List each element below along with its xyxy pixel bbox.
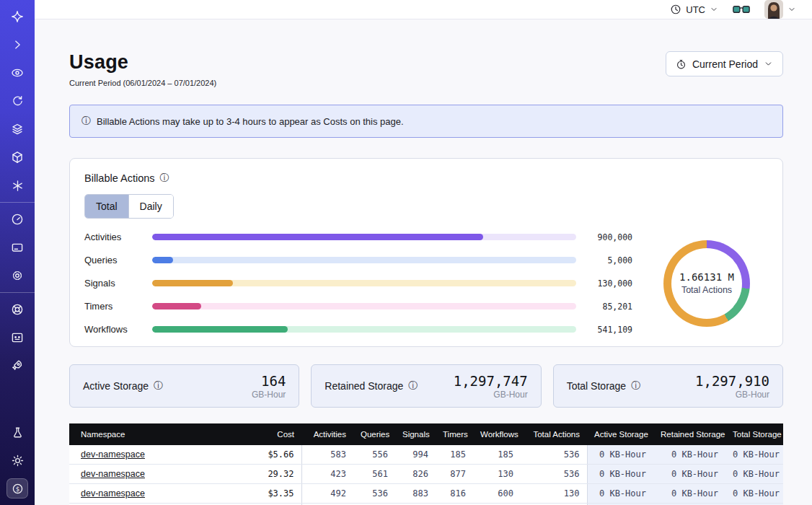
- total-storage-card: Total Storage ⓘ 1,297,910 GB-Hour: [553, 364, 783, 408]
- storage-value: 164: [252, 373, 286, 389]
- cell-queries: 556: [353, 445, 395, 465]
- info-icon[interactable]: ⓘ: [160, 172, 169, 185]
- tab-daily[interactable]: Daily: [128, 195, 173, 218]
- cell-workflows: 130: [473, 465, 521, 484]
- rocket-icon[interactable]: [7, 356, 27, 375]
- cell-queries: 561: [353, 465, 395, 484]
- col-timers[interactable]: Timers: [436, 423, 473, 445]
- clock-icon: [670, 4, 681, 15]
- col-activities[interactable]: Activities: [301, 423, 353, 445]
- bar-fill: [152, 257, 173, 263]
- bar-chart: Activities 900,000 Queries 5,000 Signals: [84, 232, 645, 335]
- sidebar: $: [0, 0, 35, 505]
- bar-track: [152, 326, 576, 333]
- col-queries[interactable]: Queries: [353, 423, 395, 445]
- col-active-storage[interactable]: Active Storage: [587, 423, 653, 445]
- bar-value: 900,000: [585, 232, 632, 242]
- storage-label-text: Total Storage: [567, 380, 627, 392]
- glasses-button[interactable]: [733, 4, 750, 15]
- docs-terminal-icon[interactable]: [7, 328, 27, 347]
- billable-chart: Activities 900,000 Queries 5,000 Signals: [84, 232, 768, 335]
- page-title: Usage: [69, 51, 216, 74]
- period-dropdown-button[interactable]: Current Period: [666, 51, 783, 76]
- user-menu[interactable]: [764, 0, 796, 19]
- layers-icon[interactable]: [7, 120, 27, 139]
- billing-card-icon[interactable]: [7, 238, 27, 257]
- bar-track: [152, 234, 576, 240]
- bar-track: [152, 280, 576, 286]
- cell-retained-storage: 0 KB-Hour: [653, 445, 725, 465]
- eye-icon[interactable]: [7, 63, 27, 82]
- storage-label-text: Active Storage: [83, 380, 149, 392]
- page-head: Usage Current Period (06/01/2024 – 07/01…: [69, 51, 783, 87]
- timezone-dropdown[interactable]: UTC: [670, 4, 718, 15]
- retry-clock-icon[interactable]: [7, 92, 27, 110]
- bar-label: Timers: [84, 301, 144, 312]
- chevron-down-icon: [710, 5, 718, 14]
- gauge-icon[interactable]: [7, 210, 27, 229]
- topbar: UTC: [35, 0, 812, 19]
- cell-total-storage: 0 KB-Hour: [725, 445, 783, 465]
- content: Usage Current Period (06/01/2024 – 07/01…: [35, 19, 812, 505]
- storage-value: 1,297,910: [695, 373, 769, 389]
- bar-fill: [152, 326, 288, 333]
- col-total-storage[interactable]: Total Storage: [725, 423, 783, 445]
- cell-activities: 492: [301, 484, 353, 504]
- flask-icon[interactable]: [7, 423, 27, 442]
- table-row: dev-namespace 29.32 423 561 826 877 130 …: [69, 465, 783, 484]
- cell-cost: $3.35: [239, 484, 301, 504]
- storage-value: 1,297,747: [454, 373, 528, 389]
- support-lifebuoy-icon[interactable]: [7, 300, 27, 319]
- dollar-usage-icon[interactable]: $: [7, 479, 27, 498]
- col-signals[interactable]: Signals: [395, 423, 436, 445]
- cell-total-actions: 130: [521, 484, 587, 504]
- main-area: UTC: [35, 0, 812, 505]
- donut-total-label: Total Actions: [681, 285, 732, 295]
- billable-actions-card: Billable Actions ⓘ Total Daily Activitie…: [69, 158, 783, 347]
- cell-total-actions: 536: [521, 445, 587, 465]
- namespace-link[interactable]: dev-namespace: [81, 488, 145, 499]
- cell-signals: 826: [395, 465, 436, 484]
- cell-cost: 29.32: [239, 465, 301, 484]
- bar-value: 130,000: [585, 278, 632, 289]
- cell-total-storage: 0 KB-Hour: [725, 465, 783, 484]
- bar-label: Queries: [84, 255, 144, 265]
- avatar: [764, 0, 783, 19]
- bar-value: 541,109: [585, 325, 632, 335]
- tab-total[interactable]: Total: [85, 195, 128, 218]
- cube-icon[interactable]: [7, 148, 27, 167]
- cell-total-storage: 0 KB-Hour: [725, 484, 783, 504]
- table-row: dev-namespace $5.66 583 556 994 185 185 …: [69, 445, 783, 465]
- cell-workflows: 600: [473, 484, 521, 504]
- info-icon[interactable]: ⓘ: [408, 379, 418, 392]
- sidebar-group-bottom: $: [0, 416, 35, 505]
- bar-row-signals: Signals 130,000: [84, 278, 632, 289]
- settings-gear-icon[interactable]: [7, 266, 27, 285]
- sun-icon[interactable]: [7, 451, 27, 470]
- namespace-link[interactable]: dev-namespace: [81, 449, 145, 460]
- billable-actions-title: Billable Actions ⓘ: [84, 172, 768, 185]
- app-root: $ UTC: [0, 0, 812, 505]
- bar-label: Signals: [84, 278, 144, 289]
- temporal-logo-icon[interactable]: [7, 7, 27, 26]
- bar-track: [152, 303, 576, 309]
- cell-retained-storage: 0 KB-Hour: [653, 484, 725, 504]
- info-icon[interactable]: ⓘ: [154, 379, 163, 392]
- col-retained-storage[interactable]: Retained Storage: [653, 423, 725, 445]
- storage-unit: GB-Hour: [252, 390, 286, 400]
- col-workflows[interactable]: Workflows: [473, 423, 521, 445]
- col-namespace[interactable]: Namespace: [69, 423, 239, 445]
- cell-total-actions: 536: [521, 465, 587, 484]
- cell-active-storage: 0 KB-Hour: [587, 484, 653, 504]
- col-total-actions[interactable]: Total Actions: [521, 423, 587, 445]
- chevron-right-icon[interactable]: [7, 35, 27, 54]
- namespace-table-wrap: Namespace Cost Activities Queries Signal…: [69, 423, 783, 505]
- namespace-usage-table: Namespace Cost Activities Queries Signal…: [69, 423, 783, 505]
- bar-row-queries: Queries 5,000: [84, 255, 632, 265]
- cell-retained-storage: 0 KB-Hour: [653, 465, 725, 484]
- glasses-icon: [733, 4, 750, 15]
- col-cost[interactable]: Cost: [239, 423, 301, 445]
- namespace-link[interactable]: dev-namespace: [81, 469, 145, 479]
- asterisk-icon[interactable]: [7, 176, 27, 195]
- info-icon[interactable]: ⓘ: [631, 379, 640, 392]
